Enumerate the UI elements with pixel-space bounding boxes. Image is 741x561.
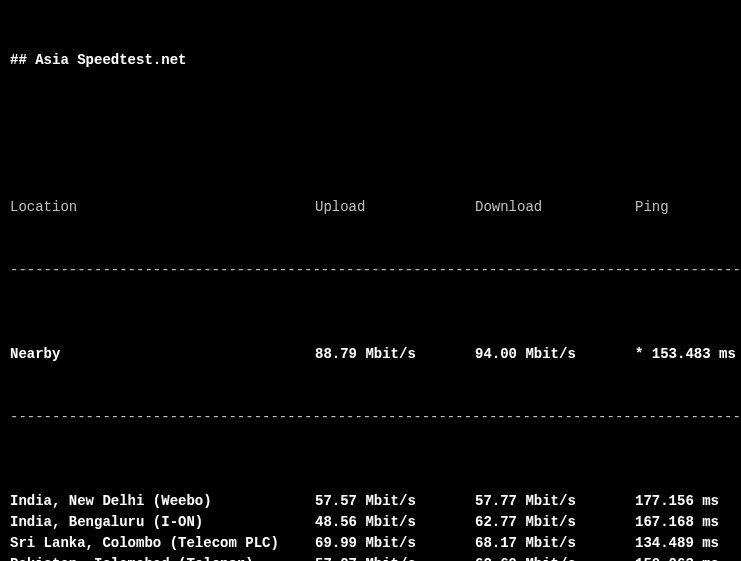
cell-upload: 57.57 Mbit/s	[315, 491, 475, 512]
nearby-row: Nearby 88.79 Mbit/s 94.00 Mbit/s * 153.4…	[10, 344, 731, 365]
cell-ping: 167.168 ms	[635, 512, 731, 533]
divider: ----------------------------------------…	[10, 407, 731, 428]
nearby-download: 94.00 Mbit/s	[475, 344, 635, 365]
header-upload: Upload	[315, 197, 475, 218]
cell-location: India, Bengaluru (I-ON)	[10, 512, 315, 533]
terminal-output: ## Asia Speedtest.net Location Upload Do…	[0, 0, 741, 561]
cell-ping: 150.063 ms	[635, 554, 731, 561]
results-table-body: India, New Delhi (Weebo)57.57 Mbit/s57.7…	[10, 491, 731, 561]
cell-download: 62.69 Mbit/s	[475, 554, 635, 561]
cell-upload: 69.99 Mbit/s	[315, 533, 475, 554]
divider: ----------------------------------------…	[10, 260, 731, 281]
cell-download: 68.17 Mbit/s	[475, 533, 635, 554]
table-row: India, Bengaluru (I-ON)48.56 Mbit/s62.77…	[10, 512, 731, 533]
cell-download: 62.77 Mbit/s	[475, 512, 635, 533]
cell-upload: 48.56 Mbit/s	[315, 512, 475, 533]
table-row: Sri Lanka, Colombo (Telecom PLC)69.99 Mb…	[10, 533, 731, 554]
header-download: Download	[475, 197, 635, 218]
header-location: Location	[10, 197, 315, 218]
page-title: ## Asia Speedtest.net	[10, 50, 731, 71]
cell-location: Sri Lanka, Colombo (Telecom PLC)	[10, 533, 315, 554]
blank-line	[10, 113, 731, 134]
nearby-location: Nearby	[10, 344, 315, 365]
cell-upload: 57.07 Mbit/s	[315, 554, 475, 561]
cell-ping: 177.156 ms	[635, 491, 731, 512]
cell-ping: 134.489 ms	[635, 533, 731, 554]
header-ping: Ping	[635, 197, 731, 218]
cell-location: Pakistan, Islamabad (Telenor)	[10, 554, 315, 561]
table-header: Location Upload Download Ping	[10, 197, 731, 218]
nearby-ping: * 153.483 ms	[635, 344, 736, 365]
cell-download: 57.77 Mbit/s	[475, 491, 635, 512]
table-row: India, New Delhi (Weebo)57.57 Mbit/s57.7…	[10, 491, 731, 512]
nearby-upload: 88.79 Mbit/s	[315, 344, 475, 365]
table-row: Pakistan, Islamabad (Telenor)57.07 Mbit/…	[10, 554, 731, 561]
cell-location: India, New Delhi (Weebo)	[10, 491, 315, 512]
